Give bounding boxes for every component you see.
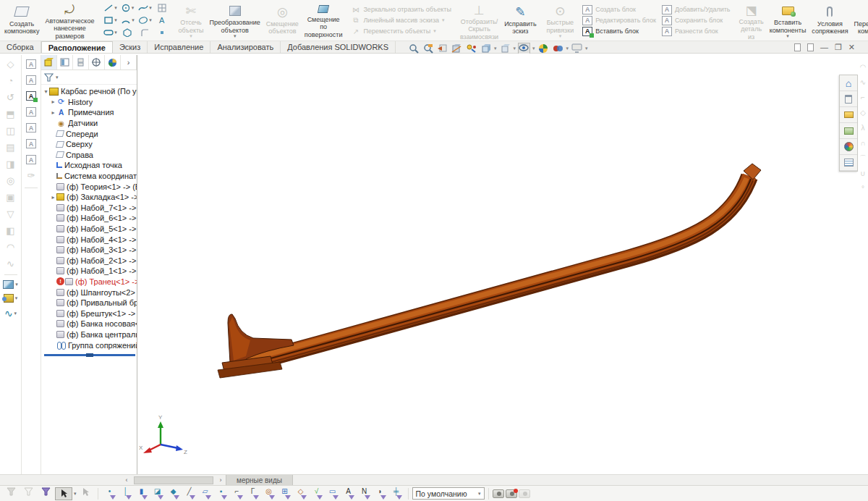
create-layout-button[interactable]: Создать компоновку [1, 1, 42, 39]
sketch-polygon-button[interactable] [119, 27, 136, 39]
ribbon-tab[interactable]: Расположение [41, 41, 113, 53]
tab-scroll-right-icon[interactable]: › [216, 476, 226, 484]
tab-configuration-manager[interactable] [73, 55, 89, 70]
tree-item[interactable]: ▸ ! Справа [50, 150, 137, 161]
panel-expand-icon[interactable]: › [121, 55, 137, 70]
offset-entities-button[interactable]: ◎ Смещение объектов [263, 1, 302, 39]
explode-block-button[interactable]: A Разнести блок [662, 27, 731, 36]
quick-snaps-button[interactable]: ⊙ Быстрые привязки ▾ [544, 1, 577, 39]
add-remove-block-tool-icon[interactable]: A [26, 107, 36, 117]
ribbon-tab[interactable]: Сборка [0, 41, 41, 53]
tree-item[interactable]: ▸ ! (ф) Набой_7<1> -> (По ум [50, 203, 137, 214]
tree-item[interactable]: ▸ ! (ф) Набой_5<1> -> (По ум [50, 224, 137, 235]
insert-components-button[interactable]: Вставить компоненты ▾ [767, 1, 809, 39]
edit-block-button[interactable]: A Редактировать блок [582, 16, 656, 25]
filter-caret-icon[interactable]: ▾ [56, 75, 59, 80]
tab-feature-tree[interactable] [41, 55, 57, 70]
part-from-block-button[interactable]: ⬔ Создать деталь из блока [736, 1, 767, 39]
new-part-icon[interactable]: ▾ [3, 280, 18, 289]
selection-filter-icon[interactable]: √ [309, 487, 325, 500]
selection-filter-icon[interactable]: ╪ [388, 487, 404, 500]
selection-filter-icon[interactable]: ⌐ [229, 487, 245, 500]
sketch-spline-button[interactable]: ▾ [136, 2, 153, 14]
close-button[interactable]: ✕ [848, 43, 855, 51]
mirror-entities-button[interactable]: ⋈ Зеркально отразить объекты [351, 5, 451, 14]
select-cursor-button[interactable] [55, 487, 72, 500]
tab-dimxpert[interactable] [89, 55, 105, 70]
save-block-button[interactable]: A Сохранить блок [662, 16, 731, 25]
selection-filter-icon[interactable]: A [341, 487, 357, 500]
tree-item[interactable]: ▸ ! Группа сопряжений1 [50, 340, 137, 350]
tree-item[interactable]: ▸ ! Система координат1 [50, 171, 137, 182]
edit-appearance-icon[interactable] [537, 43, 550, 54]
view-settings-icon[interactable] [571, 43, 583, 54]
snapshot-camera-icon[interactable] [493, 489, 504, 498]
zoom-to-area-icon[interactable] [422, 43, 434, 54]
selection-filter-icon[interactable]: ⊞ [277, 487, 293, 500]
ribbon-tab[interactable]: Добавления SOLIDWORKS [281, 41, 396, 53]
expand-arrow-icon[interactable]: ▸ [50, 194, 56, 201]
view-orientation-caret-icon[interactable]: ▾ [494, 46, 497, 51]
sketch-arc-button[interactable]: ▾ [119, 14, 136, 27]
sketch-line-button[interactable]: ▾ [101, 2, 119, 14]
design-library-icon[interactable] [840, 107, 857, 123]
tree-item[interactable]: ▸ ! History [50, 97, 137, 108]
selection-filter-icon[interactable]: ◆ [166, 487, 182, 500]
hide-show-items-caret-icon[interactable]: ▾ [532, 46, 535, 51]
display-style-caret-icon[interactable]: ▾ [514, 46, 516, 51]
sketch-ellipse-button[interactable]: ▾ [136, 14, 153, 27]
view-orientation-icon[interactable] [480, 43, 492, 54]
selection-filter-icon[interactable]: ▪ [213, 487, 229, 500]
hide-show-items-icon[interactable] [518, 43, 530, 54]
repair-sketch-button[interactable]: ✎ Исправить эскиз [501, 1, 539, 39]
model-views-tab[interactable]: мерные виды [226, 475, 293, 485]
ribbon-tab[interactable]: Исправление [148, 41, 210, 53]
restore-button[interactable]: ❐ [835, 43, 842, 51]
view-settings-caret-icon[interactable]: ▾ [585, 46, 588, 51]
tree-item[interactable]: ▸ ! (ф) Транец<1> -> (По [50, 277, 137, 287]
sketch-pattern-button[interactable] [153, 2, 171, 14]
save-block-tool-icon[interactable]: A [26, 123, 36, 132]
tree-item[interactable]: ▸ ! (ф) Шпангоуты<2> -> (По [50, 287, 137, 298]
selection-filter-icon[interactable]: • [102, 487, 118, 500]
make-block-tool-icon[interactable]: A [26, 59, 36, 69]
tree-item[interactable]: ▸ ! (ф) Набой_2<1> -> (По ум [50, 256, 137, 266]
ribbon-tab[interactable]: Эскиз [113, 41, 148, 53]
custom-properties-icon[interactable] [840, 155, 857, 171]
make-block-button[interactable]: A Создать блок [582, 5, 656, 14]
recycle-bin-icon[interactable] [840, 91, 857, 107]
apply-scene-caret-icon[interactable]: ▾ [566, 46, 569, 51]
toggle-selection-filters-icon[interactable] [38, 487, 54, 500]
file-explorer-icon[interactable] [840, 123, 857, 139]
edit-block-tool-icon[interactable]: A [26, 75, 36, 85]
selection-filter-icon[interactable]: Ν [357, 487, 373, 500]
surface-offset-button[interactable]: Смещение по поверхности [302, 1, 346, 39]
minimize-button[interactable]: — [820, 43, 828, 51]
autodimension-button[interactable]: ⤾ Автоматическое нанесение размеров ▾ [42, 1, 97, 39]
tree-item[interactable]: ▸ ! (ф) Привальный брус<1> [50, 298, 137, 308]
expand-arrow-icon[interactable]: ▾ [43, 88, 49, 95]
ribbon-tab[interactable]: Анализировать [210, 41, 281, 53]
tree-item[interactable]: ▸ ! (ф) Набой_4<1> -> (По ум [50, 234, 137, 245]
zoom-to-fit-icon[interactable] [407, 43, 420, 54]
record-camera-icon[interactable] [506, 489, 517, 498]
tree-item[interactable]: ▸ ! Исходная точка [50, 160, 137, 171]
appearances-icon[interactable] [840, 139, 857, 155]
convert-entities-button[interactable]: Преобразование объектов ▾ [207, 1, 263, 39]
selection-filter-icon[interactable]: Γ [245, 487, 261, 500]
tree-item[interactable]: ▸ ! (ф) Набой_1<1> -> (По ум [50, 266, 137, 277]
explode-block-tool-icon[interactable]: A [26, 155, 36, 164]
split-window-icon[interactable] [807, 43, 814, 51]
tab-property-manager[interactable] [57, 55, 73, 70]
tree-item[interactable]: ▸ ! Сверху [50, 139, 137, 150]
tab-scrollbar-thumb[interactable] [134, 476, 213, 484]
rollback-bar[interactable] [44, 354, 135, 356]
selection-filter-icon[interactable]: ▮ [134, 487, 150, 500]
configuration-select[interactable]: По умолчанию ▾ [412, 487, 485, 500]
move-component-button[interactable]: Переместить компонент [851, 1, 868, 39]
tree-item[interactable]: ▸ ! (ф) Закладка<1> -> (По ум [50, 192, 137, 203]
tree-item[interactable]: ▸ ! (ф) Набой_6<1> -> (По ум [50, 213, 137, 224]
selection-filter-icon[interactable]: ◇ [293, 487, 309, 500]
spline-tool-icon[interactable]: ∿▾ [4, 308, 17, 319]
apply-scene-icon[interactable] [552, 43, 564, 54]
